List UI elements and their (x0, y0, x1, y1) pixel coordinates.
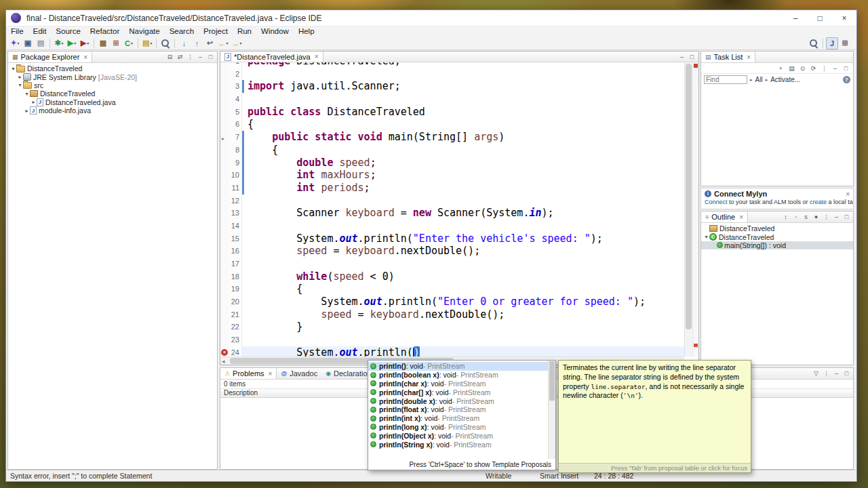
link-editor-icon[interactable]: ⇄ (175, 52, 185, 62)
tab-problems[interactable]: ⚠Problems× (220, 368, 277, 379)
completion-item[interactable]: println(boolean x) : void - PrintStream (368, 371, 548, 380)
code-line-text[interactable]: speed = keyboard.nextDouble(); (242, 308, 684, 321)
save-icon[interactable]: ▣ (22, 37, 34, 49)
minimize-icon[interactable]: – (830, 64, 840, 73)
code-line-22[interactable]: 22 } (220, 321, 684, 333)
code-line-14[interactable]: 14 (220, 220, 684, 232)
code-line-12[interactable]: 12 (220, 195, 684, 207)
menu-item-edit[interactable]: Edit (28, 26, 52, 37)
new-task-icon[interactable]: + (776, 64, 786, 73)
code-line-24[interactable]: ×24 System.out.println() (220, 346, 684, 357)
task-find-input[interactable] (704, 75, 747, 84)
code-line-20[interactable]: 20 System.out.println("Enter 0 or greate… (220, 296, 684, 308)
mylyn-link[interactable]: Connect (705, 199, 728, 205)
code-line-text[interactable]: Scanner keyboard = new Scanner(System.in… (242, 207, 684, 220)
task-list-tab[interactable]: ▤ Task List × (701, 52, 755, 62)
code-line-text[interactable]: { (242, 118, 684, 131)
code-line-text[interactable]: package DistanceTraveled; (242, 62, 684, 68)
view-menu-icon[interactable]: ⋮ (821, 212, 831, 222)
close-icon[interactable]: × (747, 54, 751, 61)
coverage-icon[interactable]: ▶▾ (79, 37, 91, 49)
filter-icon[interactable]: ▽ (811, 369, 821, 378)
maximize-icon[interactable]: □ (205, 52, 216, 62)
maximize-icon[interactable]: □ (842, 212, 852, 222)
java-perspective-icon[interactable]: J (826, 37, 838, 49)
code-line-text[interactable]: speed = keyboard.nextDouble(); (242, 245, 684, 258)
tab-javadoc[interactable]: @Javadoc (277, 368, 321, 379)
code-line-text[interactable] (242, 258, 684, 270)
view-menu-icon[interactable]: ⋮ (821, 369, 831, 378)
dropdown-arrow-icon[interactable]: ▾ (62, 41, 64, 45)
code-line-text[interactable]: { (242, 283, 684, 296)
code-line-2[interactable]: 2 (220, 68, 684, 81)
chevron-right-icon[interactable]: ▸ (750, 77, 753, 83)
code-line-text[interactable] (242, 220, 684, 232)
minimize-button[interactable]: – (783, 10, 808, 26)
minimize-icon[interactable]: – (677, 52, 687, 62)
code-line-text[interactable]: int periods; (242, 182, 684, 195)
chevron-right-icon[interactable]: ▸ (766, 77, 768, 83)
expander-open-icon[interactable]: ▾ (24, 91, 30, 97)
task-activate-label[interactable]: Activate... (770, 76, 800, 83)
expander-open-icon[interactable]: ▾ (10, 66, 16, 72)
debug-icon[interactable]: ✱▾ (53, 37, 65, 49)
previous-annotation-icon[interactable]: ↑ (191, 37, 203, 49)
tree-item-distancetraveled[interactable]: ▾DistanceTraveled (701, 232, 853, 241)
menu-item-source[interactable]: Source (51, 26, 85, 37)
tree-item-src[interactable]: ▾src (8, 81, 217, 89)
save-all-icon[interactable]: ▤ (35, 37, 47, 49)
schedule-icon[interactable]: ⊙ (797, 64, 808, 73)
code-line-23[interactable]: 23 (220, 333, 684, 346)
completion-item[interactable]: println(char[] x) : void - PrintStream (368, 388, 548, 396)
sort-icon[interactable]: ↕ (781, 212, 791, 222)
view-menu-icon[interactable]: ⋮ (819, 64, 829, 73)
tree-item-module-info-java[interactable]: ▸module-info.java (8, 106, 217, 115)
menu-item-project[interactable]: Project (199, 26, 233, 37)
open-perspective-icon[interactable]: ⊞ (839, 37, 851, 49)
expander-closed-icon[interactable]: ▸ (24, 108, 30, 114)
tree-item-jre-system-library[interactable]: ▸JRE System Library [JavaSE-20] (8, 73, 217, 81)
code-line-1[interactable]: 1package DistanceTraveled; (220, 62, 684, 68)
completion-item[interactable]: println() : void - PrintStream (368, 362, 548, 371)
code-line-text[interactable]: public class DistanceTraveled (242, 106, 684, 119)
code-line-text[interactable]: System.out.println() (242, 346, 684, 357)
maximize-icon[interactable]: □ (687, 52, 697, 62)
minimize-icon[interactable]: – (831, 369, 842, 378)
new-class-icon[interactable]: C▾ (123, 37, 135, 49)
code-line-text[interactable]: int maxHours; (242, 169, 684, 182)
completion-item[interactable]: println(char x) : void - PrintStream (368, 380, 548, 388)
open-task-icon[interactable]: ▤▾ (141, 37, 153, 49)
code-line-text[interactable]: public static void main(String[] args) (242, 131, 684, 144)
close-icon[interactable]: × (269, 370, 273, 378)
minimize-icon[interactable]: – (195, 52, 205, 62)
code-line-13[interactable]: 13 Scanner keyboard = new Scanner(System… (220, 207, 684, 220)
scroll-left-icon[interactable]: ◂ (222, 357, 225, 365)
forward-icon[interactable]: →▾ (230, 37, 243, 49)
code-line-19[interactable]: 19 { (220, 283, 684, 296)
expander-open-icon[interactable]: ▾ (17, 82, 23, 88)
completion-item[interactable]: println(Object x) : void - PrintStream (368, 431, 548, 440)
code-line-15[interactable]: 15 System.out.println("Enter the vehicle… (220, 232, 684, 245)
code-line-7[interactable]: ▸7 public static void main(String[] args… (220, 131, 684, 144)
completion-item[interactable]: println(float x) : void - PrintStream (368, 405, 548, 414)
hide-static-icon[interactable]: s (801, 212, 811, 222)
menu-item-file[interactable]: File (6, 26, 28, 37)
hide-non-public-icon[interactable]: ● (811, 212, 821, 222)
code-line-text[interactable] (242, 333, 684, 346)
code-line-text[interactable]: import java.util.Scanner; (242, 80, 684, 93)
scrollbar-thumb[interactable] (686, 64, 692, 329)
completion-item[interactable]: println(long x) : void - PrintStream (368, 423, 548, 432)
maximize-icon[interactable]: □ (842, 369, 852, 378)
next-annotation-icon[interactable]: ↓ (178, 37, 190, 49)
code-line-21[interactable]: 21 speed = keyboard.nextDouble(); (220, 308, 684, 321)
completion-item[interactable]: println(int x) : void - PrintStream (368, 414, 548, 423)
code-line-text[interactable] (242, 93, 684, 106)
quick-search-icon[interactable] (808, 37, 820, 49)
sync-icon[interactable]: ⟳ (808, 64, 818, 73)
package-explorer-tab[interactable]: ▦ Package Explorer × (8, 52, 92, 62)
code-line-16[interactable]: 16 speed = keyboard.nextDouble(); (220, 245, 684, 258)
code-line-text[interactable]: System.out.println("Enter the vehicle's … (242, 232, 684, 245)
expander-closed-icon[interactable]: ▸ (31, 99, 37, 105)
tree-item-distancetraveled[interactable]: ▾DistanceTraveled (8, 64, 217, 73)
menu-item-run[interactable]: Run (233, 26, 256, 37)
